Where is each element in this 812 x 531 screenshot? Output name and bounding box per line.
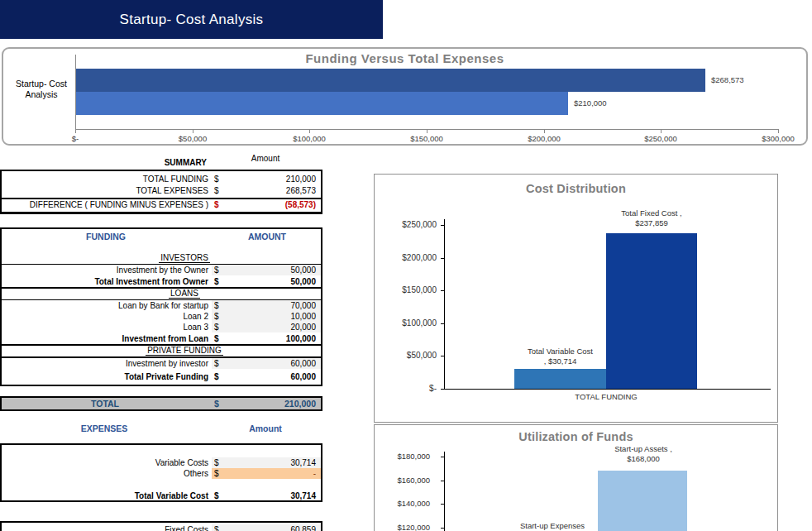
- row-label: Fixed Costs: [2, 525, 210, 531]
- bar-total-funding[interactable]: [76, 92, 568, 115]
- row-label: Variable Costs: [2, 458, 210, 467]
- row-label: TOTAL EXPENSES: [2, 186, 210, 195]
- table-row: Total Variable Cost $ 30,714: [2, 490, 321, 501]
- y-tick-label: $180,000: [375, 452, 430, 461]
- expenses-header: EXPENSES Amount: [0, 421, 322, 436]
- funding-table: FUNDING AMOUNT INVESTORS Investment by t…: [0, 227, 322, 386]
- bar-total-variable-cost[interactable]: [514, 369, 606, 389]
- utilization-of-funds-chart[interactable]: Utilization of Funds $180,000$160,000$14…: [374, 424, 778, 531]
- cost-distribution-chart[interactable]: Cost Distribution $250,000$200,000$150,0…: [374, 174, 778, 423]
- table-row: Investment by investor $ 60,000: [2, 358, 321, 369]
- section-title-text: PRIVATE FUNDING: [146, 346, 223, 356]
- row-value: 20,000: [226, 323, 321, 332]
- y-axis-line: [444, 219, 445, 390]
- table-row: Loan 3 $ 20,000: [2, 322, 321, 332]
- y-category-label: Startup- Cost Analysis: [8, 79, 74, 100]
- summary-amount-header: Amount: [213, 154, 318, 163]
- row-value-cell[interactable]: $ 60,859: [212, 524, 321, 531]
- table-row: Loan 2 $ 10,000: [2, 311, 321, 322]
- y-tick-label: $120,000: [375, 523, 430, 531]
- table-row: Others $ -: [2, 468, 321, 479]
- row-value-cell[interactable]: $ 70,000: [212, 300, 321, 311]
- row-value-cell[interactable]: $ 60,000: [212, 358, 321, 369]
- y-axis-line: [444, 452, 445, 531]
- currency-symbol: $: [212, 525, 226, 531]
- section-title-loans: LOANS: [48, 289, 321, 299]
- summary-heading: SUMMARY: [165, 158, 207, 167]
- row-value-cell[interactable]: $ 268,573: [212, 184, 321, 196]
- row-value-cell[interactable]: $ 210,000: [212, 173, 321, 184]
- difference-value-cell[interactable]: $ (58,573): [212, 197, 321, 212]
- currency-symbol: $: [212, 469, 226, 478]
- difference-row: DIFFERENCE ( FUNDING MINUS EXPENSES ) $ …: [0, 197, 322, 214]
- currency-symbol: $: [212, 334, 226, 343]
- total-value: 210,000: [226, 399, 321, 409]
- row-value-cell[interactable]: $ 50,000: [212, 275, 321, 287]
- row-value: 50,000: [226, 277, 321, 286]
- x-tick-label: $-: [38, 134, 112, 143]
- x-tick-mark: [778, 129, 779, 133]
- bar-value-label: $210,000: [574, 92, 607, 115]
- row-value-cell[interactable]: $ -: [212, 468, 321, 479]
- section-title-text: LOANS: [169, 289, 200, 299]
- row-value: 210,000: [226, 175, 321, 184]
- funding-total-row[interactable]: TOTAL $ 210,000: [0, 396, 322, 411]
- expenses-table: Variable Costs $ 30,714 Others $ - Total…: [0, 443, 322, 502]
- row-value: 30,714: [226, 458, 321, 467]
- row-value-cell[interactable]: $ 10,000: [212, 311, 321, 322]
- bar-total-fixed-cost[interactable]: [606, 233, 697, 389]
- currency-symbol: $: [212, 323, 226, 332]
- funding-table-body: INVESTORS Investment by the Owner $ 50,0…: [2, 253, 321, 385]
- row-value: 60,000: [226, 359, 321, 368]
- x-tick-label: $150,000: [389, 134, 464, 143]
- table-row: Total Investment from Owner $ 50,000: [2, 275, 321, 287]
- y-tick-label: $140,000: [375, 499, 430, 508]
- row-spacer: [2, 479, 321, 490]
- table-row: Fixed Costs $ 60,859: [2, 524, 321, 531]
- bar-value-label: Total Fixed Cost ,$237,859: [585, 208, 718, 229]
- row-label: Total Variable Cost: [2, 491, 210, 500]
- row-value: 30,714: [226, 491, 321, 500]
- bar-total-expenses[interactable]: [76, 69, 705, 92]
- bar-label-line1: Start-up Assets ,: [577, 444, 709, 454]
- row-value: 268,573: [226, 186, 321, 195]
- currency-symbol: $: [212, 491, 226, 500]
- row-value: 70,000: [226, 301, 321, 310]
- table-row: Total Private Funding $ 60,000: [2, 369, 321, 385]
- y-tick-label: $100,000: [375, 318, 437, 328]
- row-value: 10,000: [226, 312, 321, 321]
- row-value-cell[interactable]: $ 100,000: [212, 332, 321, 344]
- x-tick-label: $200,000: [507, 134, 581, 143]
- table-row: Variable Costs $ 30,714: [2, 457, 321, 468]
- row-value-cell[interactable]: $ 50,000: [212, 265, 321, 275]
- difference-value: (58,573): [226, 200, 321, 209]
- bar-label-start-up-expenses: Start-up Expenses: [494, 521, 610, 531]
- chart-title: Funding Versus Total Expenses: [3, 51, 806, 65]
- currency-symbol: $: [212, 301, 226, 310]
- currency-symbol: $: [212, 372, 226, 381]
- row-value: 100,000: [226, 334, 321, 343]
- currency-symbol: $: [212, 175, 226, 184]
- funding-vs-expenses-chart[interactable]: Funding Versus Total Expenses Startup- C…: [2, 47, 808, 146]
- section-title-investors: INVESTORS: [48, 253, 321, 264]
- x-tick-label: $50,000: [155, 134, 230, 143]
- row-value-cell[interactable]: $ 20,000: [212, 322, 321, 332]
- summary-table: TOTAL FUNDING $ 210,000 TOTAL EXPENSES $…: [0, 170, 322, 199]
- row-value-cell[interactable]: $ 60,000: [212, 369, 321, 385]
- y-tick-label: $50,000: [375, 351, 437, 360]
- currency-symbol: $: [212, 458, 226, 467]
- row-label: TOTAL FUNDING: [2, 175, 210, 184]
- row-value-cell[interactable]: $ 30,714: [212, 457, 321, 468]
- y-tick-label: $150,000: [375, 285, 437, 294]
- sheet-title-bar: Startup- Cost Analysis: [0, 0, 383, 39]
- summary-header: SUMMARY Amount: [0, 154, 322, 167]
- x-tick-label: $250,000: [623, 134, 698, 143]
- x-tick-mark: [427, 129, 427, 133]
- total-label: TOTAL: [2, 399, 210, 409]
- sheet-title: Startup- Cost Analysis: [120, 12, 264, 28]
- row-value-cell[interactable]: $ 30,714: [212, 490, 321, 501]
- fixed-costs-table-partial: Fixed Costs $ 60,859: [0, 521, 322, 531]
- section-title-private-funding: PRIVATE FUNDING: [48, 346, 321, 356]
- bar-start-up-assets[interactable]: [598, 471, 687, 531]
- y-tick-label: $-: [375, 384, 437, 393]
